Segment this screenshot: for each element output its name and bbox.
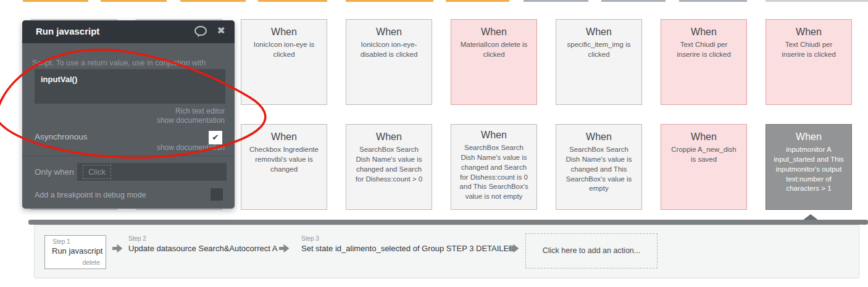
show-documentation-link[interactable]: show documentation	[157, 143, 225, 152]
step-label: Step 2	[128, 235, 277, 242]
card-text: inputmonitor A input_started and This in…	[773, 145, 845, 194]
asynchronous-label: Asynchronous	[35, 132, 88, 141]
cutoff-card-strip[interactable]	[524, 0, 588, 2]
asynchronous-checkbox[interactable]: ✔	[209, 131, 222, 144]
cutoff-card-strip[interactable]	[101, 0, 167, 2]
card-text: specific_item_img is clicked	[563, 40, 635, 60]
step-2-action[interactable]: Step 2 Update datasource Search&Autocorr…	[128, 235, 277, 253]
card-title: When	[773, 27, 845, 38]
cutoff-card-strip[interactable]	[180, 0, 246, 2]
script-input[interactable]: inputVal()	[35, 69, 225, 104]
cutoff-card-strip[interactable]	[23, 0, 88, 2]
script-label: Script. To use a return value, use in co…	[32, 59, 233, 67]
action-panel: Step 1 Run javascript delete Step 2 Upda…	[34, 225, 859, 278]
when-card[interactable]: When SearchBox Search Dish Name's value …	[556, 124, 642, 210]
card-text: Croppie A_new_dish is saved	[668, 145, 740, 165]
step-label: Step 1	[52, 238, 70, 245]
cutoff-card-strip[interactable]	[766, 0, 868, 2]
card-text: IonicIcon ion-eye-disabled is clicked	[353, 40, 425, 60]
arrow-right-icon	[112, 244, 123, 253]
workflow-editor: When IonicIcon ion-eye is clicked When I…	[0, 0, 868, 287]
workflow-scrollbar[interactable]	[28, 220, 868, 225]
card-title: When	[668, 27, 740, 38]
card-text: Checkbox Ingrediente removibi's value is…	[248, 145, 320, 175]
card-title: When	[773, 131, 845, 143]
divider	[22, 156, 235, 156]
add-action-button[interactable]: Click here to add an action...	[525, 233, 657, 268]
card-text: SearchBox Search Dish Name's value is ch…	[563, 145, 635, 194]
cutoff-card-strip[interactable]	[601, 0, 666, 2]
when-card[interactable]: When IonicIcon ion-eye is clicked	[241, 19, 327, 105]
step-3-action[interactable]: Step 3 Set state id_alimento_selected of…	[301, 235, 515, 253]
card-text: Text Chiudi per inserire is clicked	[773, 40, 845, 60]
popup-header[interactable]: Run javascript ✖	[22, 20, 235, 43]
step-1-action[interactable]: Step 1 Run javascript delete	[44, 235, 106, 269]
when-card[interactable]: When Text Chiudi per inserire is clicked	[766, 19, 852, 105]
close-icon[interactable]: ✖	[217, 25, 225, 36]
when-card[interactable]: When Croppie A_new_dish is saved	[661, 124, 747, 210]
step-title: Set state id_alimento_selected of Group …	[301, 244, 515, 253]
only-when-field[interactable]: Click	[77, 163, 227, 181]
step-title: Update datasource Search&Autocorrect A	[128, 244, 277, 253]
when-card[interactable]: When SearchBox Search Dish Name's value …	[451, 124, 537, 210]
breakpoint-checkbox[interactable]: ✔	[211, 188, 223, 201]
card-title: When	[563, 131, 635, 143]
card-title: When	[353, 27, 425, 38]
only-when-click-chip[interactable]: Click	[83, 165, 111, 179]
when-card[interactable]: When specific_item_img is clicked	[556, 19, 642, 105]
arrow-right-icon	[279, 244, 290, 253]
comment-bubble-icon[interactable]	[194, 26, 207, 38]
check-icon: ✔	[212, 133, 219, 142]
card-title: When	[563, 27, 635, 38]
breakpoint-label: Add a breakpoint in debug mode	[35, 191, 146, 199]
card-title: When	[458, 130, 530, 141]
card-text: MaterialIcon delete is clicked	[458, 40, 530, 60]
when-card[interactable]: When Text Chiudi per inserire is clicked	[661, 19, 747, 105]
card-title: When	[248, 27, 320, 38]
cutoff-card-strip[interactable]	[679, 0, 747, 2]
when-card-selected[interactable]: When inputmonitor A input_started and Th…	[766, 124, 852, 210]
arrow-right-icon	[509, 244, 519, 253]
popup-title: Run javascript	[36, 26, 99, 36]
show-documentation-link[interactable]: show documentation	[157, 116, 225, 125]
run-javascript-popup: Run javascript ✖ Script. To use a return…	[22, 20, 235, 209]
when-card[interactable]: When IonicIcon ion-eye-disabled is click…	[346, 19, 432, 105]
step-label: Step 3	[301, 235, 515, 242]
card-title: When	[668, 131, 740, 143]
step-title: Run javascript	[52, 246, 102, 256]
delete-action-link[interactable]: delete	[82, 259, 100, 266]
card-title: When	[458, 27, 530, 38]
card-text: SearchBox Search Dish Name's value is ch…	[353, 145, 425, 184]
cutoff-card-strip[interactable]	[446, 0, 509, 2]
when-card[interactable]: When MaterialIcon delete is clicked	[451, 19, 537, 105]
card-title: When	[353, 131, 425, 143]
card-title: When	[248, 131, 320, 143]
card-text: Text Chiudi per inserire is clicked	[668, 40, 740, 60]
cutoff-card-strip[interactable]	[258, 0, 327, 2]
when-card[interactable]: When Checkbox Ingrediente removibi's val…	[241, 124, 327, 210]
card-text: SearchBox Search Dish Name's value is ch…	[458, 143, 530, 202]
only-when-label: Only when	[35, 167, 74, 177]
when-card[interactable]: When SearchBox Search Dish Name's value …	[346, 124, 432, 210]
rich-text-editor-link[interactable]: Rich text editor	[175, 107, 225, 115]
card-text: IonicIcon ion-eye is clicked	[248, 40, 320, 60]
cutoff-card-strip[interactable]	[346, 0, 433, 2]
